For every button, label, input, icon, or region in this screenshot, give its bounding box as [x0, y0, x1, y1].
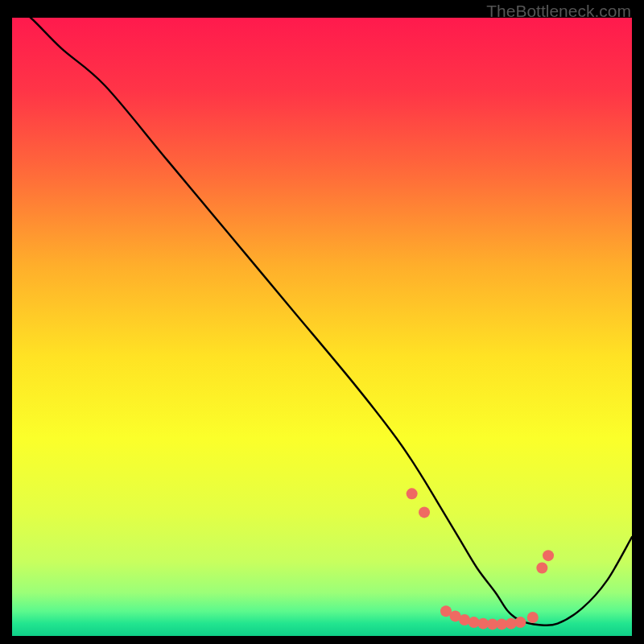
marker-dot: [543, 550, 554, 561]
marker-dot: [514, 617, 526, 628]
marker-dot: [407, 488, 418, 499]
gradient-background: [12, 18, 632, 636]
chart-frame: [12, 18, 632, 636]
marker-dot: [536, 563, 547, 574]
bottleneck-chart: [12, 18, 632, 636]
marker-dot: [419, 506, 430, 518]
marker-dot: [527, 612, 539, 623]
